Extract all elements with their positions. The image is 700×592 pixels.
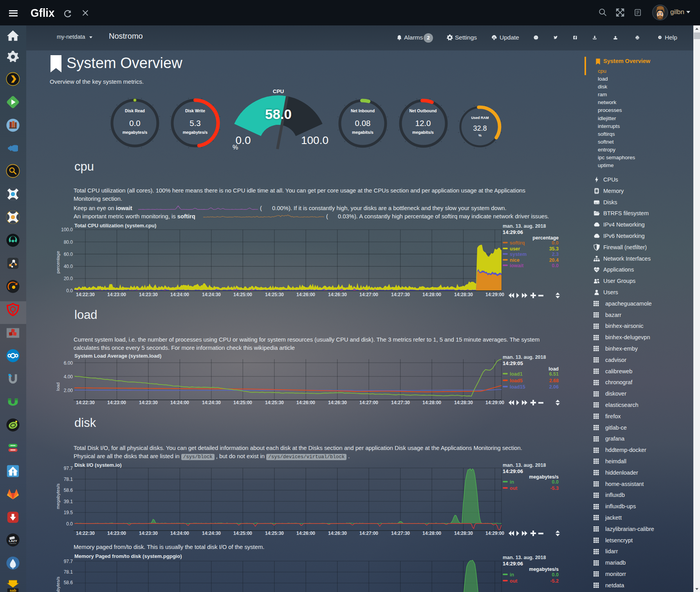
svg-text:?: ? bbox=[659, 36, 661, 39]
svg-text:LAZY: LAZY bbox=[9, 539, 17, 543]
svg-text:sab: sab bbox=[10, 588, 16, 592]
svg-text:Librarian: Librarian bbox=[10, 542, 16, 544]
